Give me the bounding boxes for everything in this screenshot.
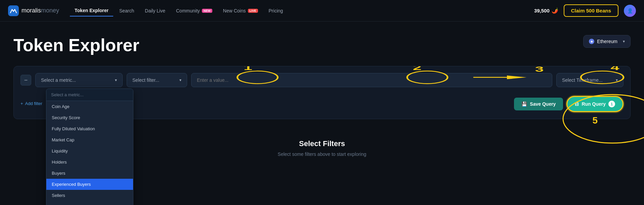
remove-filter-button[interactable]: − bbox=[20, 75, 31, 86]
run-query-button[interactable]: ⊟ Run Query 1 5 bbox=[566, 96, 624, 112]
filter-select-label: Select filter... bbox=[132, 77, 159, 83]
metric-select[interactable]: Select a metric... ▾ bbox=[35, 73, 123, 87]
chevron-down-icon: ▾ bbox=[623, 39, 625, 44]
avatar[interactable]: 👤 bbox=[624, 5, 636, 17]
metric-chevron-icon: ▾ bbox=[115, 78, 117, 82]
network-label: Ethereum bbox=[597, 39, 617, 44]
bean-icon: 🌶️ bbox=[552, 7, 558, 14]
dropdown-item-holders[interactable]: Holders bbox=[46, 157, 133, 168]
plus-icon: + bbox=[20, 101, 23, 106]
nav-new-coins[interactable]: New Coins LIVE bbox=[218, 5, 263, 16]
nav-links: Token Explorer Search Daily Live Communi… bbox=[70, 5, 531, 16]
nav-pricing[interactable]: Pricing bbox=[264, 5, 288, 16]
timeframe-chevron-icon: ▾ bbox=[616, 78, 618, 82]
nav-token-explorer[interactable]: Token Explorer bbox=[70, 5, 113, 16]
dropdown-item-buyers[interactable]: Buyers bbox=[46, 168, 133, 179]
save-icon: 💾 bbox=[521, 101, 527, 107]
main-content: ◆ Ethereum ▾ Token Explorer 1 2 3 4 bbox=[0, 22, 644, 170]
moralis-logo-icon bbox=[8, 5, 19, 16]
add-filter-label: Add filter bbox=[25, 101, 42, 106]
filter-icon: ⊟ bbox=[575, 101, 579, 107]
ethereum-icon: ◆ bbox=[589, 39, 594, 44]
navigation: moralismoney Token Explorer Search Daily… bbox=[0, 0, 644, 22]
empty-state-subtitle: Select some filters above to start explo… bbox=[278, 151, 367, 157]
timeframe-select[interactable]: Select Timeframe... ▾ bbox=[556, 73, 624, 87]
dropdown-item-experienced-sellers[interactable]: Experienced Sellers bbox=[46, 201, 133, 205]
filter-select[interactable]: Select filter... ▾ bbox=[127, 73, 187, 87]
svg-text:2: 2 bbox=[413, 66, 422, 72]
svg-text:3: 3 bbox=[535, 66, 544, 73]
filter-container: 1 2 3 4 − Select a metric... ▾ bbox=[13, 66, 631, 119]
dropdown-item-market-cap[interactable]: Market Cap bbox=[46, 134, 133, 145]
beans-counter: 39,500 🌶️ bbox=[534, 7, 558, 14]
metric-select-wrapper: Select a metric... ▾ Select a metric... … bbox=[35, 73, 123, 87]
metric-dropdown-menu: Select a metric... Coin Age Security Sco… bbox=[46, 89, 133, 205]
network-selector[interactable]: ◆ Ethereum ▾ bbox=[583, 35, 631, 48]
community-badge: NEW bbox=[202, 9, 212, 13]
filter-row: − Select a metric... ▾ Select a metric..… bbox=[20, 73, 624, 87]
claim-beans-button[interactable]: Claim 500 Beans bbox=[564, 4, 618, 17]
empty-state-title: Select Filters bbox=[299, 139, 345, 148]
dropdown-item-security-score[interactable]: Security Score bbox=[46, 112, 133, 123]
svg-text:1: 1 bbox=[244, 66, 252, 72]
nav-right: 39,500 🌶️ Claim 500 Beans 👤 bbox=[534, 4, 636, 17]
nav-search[interactable]: Search bbox=[115, 5, 139, 16]
svg-text:4: 4 bbox=[611, 66, 620, 72]
save-query-button[interactable]: 💾 Save Query bbox=[514, 98, 563, 110]
filter-chevron-icon: ▾ bbox=[179, 78, 181, 82]
timeframe-label: Select Timeframe... bbox=[562, 77, 603, 83]
logo[interactable]: moralismoney bbox=[8, 5, 59, 16]
new-coins-badge: LIVE bbox=[248, 9, 258, 13]
dropdown-item-fdv[interactable]: Fully Diluted Valuation bbox=[46, 123, 133, 134]
dropdown-search-input[interactable]: Select a metric... bbox=[46, 89, 133, 101]
beans-count: 39,500 bbox=[534, 8, 550, 13]
logo-text: moralismoney bbox=[22, 7, 59, 14]
dropdown-item-liquidity[interactable]: Liquidity bbox=[46, 145, 133, 157]
run-query-count-badge: 1 bbox=[608, 101, 615, 107]
nav-community[interactable]: Community NEW bbox=[171, 5, 217, 16]
query-buttons: 💾 Save Query ⊟ Run Query 1 5 bbox=[514, 96, 624, 112]
metric-select-label: Select a metric... bbox=[41, 77, 76, 83]
value-input[interactable] bbox=[191, 73, 552, 87]
page-title: Token Explorer bbox=[13, 35, 631, 55]
nav-daily-live[interactable]: Daily Live bbox=[140, 5, 170, 16]
add-filter-button[interactable]: + Add filter bbox=[20, 100, 42, 107]
dropdown-item-coin-age[interactable]: Coin Age bbox=[46, 101, 133, 112]
dropdown-item-experienced-buyers[interactable]: Experienced Buyers bbox=[46, 179, 133, 190]
dropdown-item-sellers[interactable]: Sellers bbox=[46, 190, 133, 201]
